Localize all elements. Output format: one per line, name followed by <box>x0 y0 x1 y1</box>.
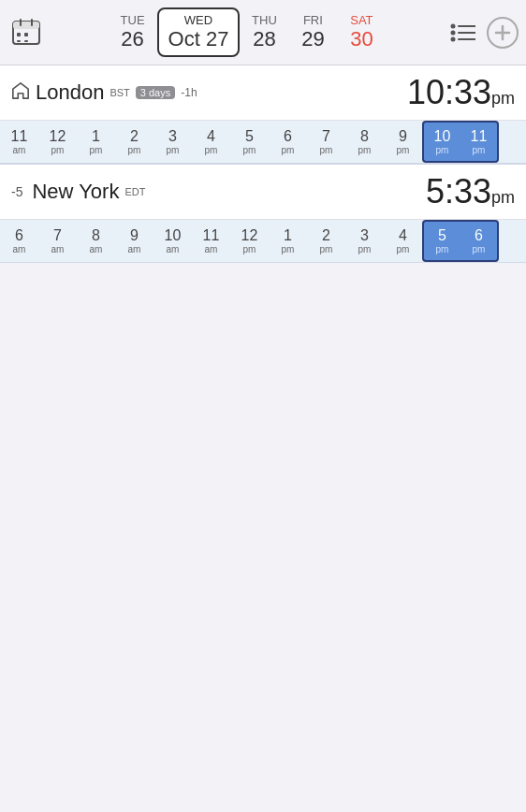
hour-cell[interactable]: 5pm <box>230 121 269 163</box>
hour-ampm: pm <box>320 145 333 155</box>
hour-num: 7 <box>53 227 62 244</box>
hour-cell[interactable]: 10am <box>153 220 192 262</box>
hour-cell[interactable]: 4pm <box>192 121 230 163</box>
hour-ampm: pm <box>473 145 486 155</box>
newyork-timezone: EDT <box>124 186 145 197</box>
london-label: London BST 3 days -1h <box>11 80 283 105</box>
hour-cell[interactable]: 9pm <box>384 121 422 163</box>
nav-day-sat[interactable]: SAT 30 <box>337 9 386 55</box>
menu-button[interactable] <box>449 22 475 43</box>
add-button[interactable] <box>487 17 519 49</box>
hour-num: 7 <box>322 128 330 145</box>
hour-cell[interactable]: 11am <box>192 220 230 262</box>
nav-day-wed[interactable]: WED Oct 27 <box>157 7 241 57</box>
hour-cell[interactable]: 6pm <box>460 220 499 262</box>
hour-num: 5 <box>438 227 446 244</box>
hour-cell[interactable]: 6pm <box>269 121 307 163</box>
hour-cell[interactable]: 4pm <box>384 220 422 262</box>
nav-day-thu[interactable]: THU 28 <box>240 9 288 55</box>
hour-ampm: pm <box>397 244 410 254</box>
hour-cell[interactable]: 12pm <box>230 220 269 262</box>
hour-num: 6 <box>15 227 23 244</box>
day-name-tue: TUE <box>121 13 145 27</box>
hour-ampm: am <box>205 244 218 254</box>
hour-num: 3 <box>168 128 177 145</box>
london-time-offset: -1h <box>181 86 197 99</box>
hour-ampm: am <box>13 145 26 155</box>
hour-cell[interactable]: 7pm <box>307 121 345 163</box>
hour-ampm: pm <box>243 145 256 155</box>
hour-ampm: pm <box>128 145 141 155</box>
hour-num: 11 <box>471 128 488 145</box>
newyork-zone: -5 New York EDT 5:33pm 6am7am8am9am10am1… <box>0 165 526 263</box>
svg-point-12 <box>451 36 456 41</box>
hour-num: 9 <box>399 128 407 145</box>
hour-cell[interactable]: 3pm <box>153 121 192 163</box>
hour-cell[interactable]: 5pm <box>422 220 460 262</box>
newyork-current-time: 5:33pm <box>283 172 515 211</box>
hour-cell[interactable]: 6am <box>0 220 38 262</box>
nav-actions <box>449 17 519 49</box>
london-hours-row[interactable]: 11am12pm1pm2pm3pm4pm5pm6pm7pm8pm9pm10pm1… <box>0 121 526 164</box>
newyork-label: -5 New York EDT <box>11 180 283 204</box>
hour-num: 8 <box>360 128 369 145</box>
london-zone: London BST 3 days -1h 10:33pm 11am12pm1p… <box>0 65 526 164</box>
hour-num: 8 <box>92 227 100 244</box>
hour-cell[interactable]: 11pm <box>460 121 499 163</box>
newyork-city-row: -5 New York EDT 5:33pm <box>0 165 526 220</box>
hour-num: 9 <box>130 227 139 244</box>
hour-ampm: pm <box>282 145 295 155</box>
hour-num: 5 <box>245 128 254 145</box>
hour-cell[interactable]: 3pm <box>345 220 384 262</box>
hour-num: 11 <box>11 128 28 145</box>
nav-day-fri[interactable]: FRI 29 <box>288 9 337 55</box>
svg-rect-7 <box>24 40 28 42</box>
hour-cell[interactable]: 7am <box>38 220 77 262</box>
day-num-sat: 30 <box>350 27 373 51</box>
day-name-sat: SAT <box>350 13 373 27</box>
london-timezone: BST <box>110 87 129 98</box>
hour-cell[interactable]: 11am <box>0 121 38 163</box>
calendar-icon[interactable] <box>7 14 45 51</box>
svg-rect-5 <box>24 33 28 36</box>
hour-num: 2 <box>322 227 330 244</box>
home-icon <box>11 81 30 104</box>
hour-ampm: pm <box>243 244 256 254</box>
hour-num: 2 <box>130 128 139 145</box>
hour-ampm: am <box>13 244 26 254</box>
hour-cell[interactable]: 10pm <box>422 121 460 163</box>
hour-ampm: am <box>128 244 141 254</box>
hour-num: 4 <box>207 128 215 145</box>
nav-day-tue[interactable]: TUE 26 <box>109 9 157 55</box>
hour-cell[interactable]: 2pm <box>307 220 345 262</box>
day-num-tue: 26 <box>121 27 143 51</box>
hour-cell[interactable]: 1pm <box>77 121 115 163</box>
hour-cell[interactable]: 1pm <box>269 220 307 262</box>
hour-ampm: am <box>90 244 103 254</box>
hour-ampm: pm <box>167 145 180 155</box>
newyork-hours-row[interactable]: 6am7am8am9am10am11am12pm1pm2pm3pm4pm5pm6… <box>0 220 526 263</box>
hour-cell[interactable]: 8am <box>77 220 115 262</box>
hour-cell[interactable]: 9am <box>115 220 153 262</box>
hour-num: 10 <box>165 227 182 244</box>
hour-num: 1 <box>284 227 292 244</box>
day-num-thu: 28 <box>253 27 275 51</box>
hour-ampm: pm <box>90 145 103 155</box>
newyork-city-name: New York <box>32 180 119 204</box>
day-selector: TUE 26 WED Oct 27 THU 28 FRI 29 SAT 30 <box>45 7 449 57</box>
svg-rect-1 <box>13 22 39 29</box>
hour-ampm: pm <box>358 145 372 155</box>
hour-cell[interactable]: 12pm <box>38 121 77 163</box>
day-name-wed: WED <box>184 13 212 27</box>
london-days-badge: 3 days <box>136 86 175 99</box>
svg-point-10 <box>451 30 456 35</box>
svg-rect-6 <box>17 40 21 42</box>
hour-cell[interactable]: 2pm <box>115 121 153 163</box>
hour-num: 6 <box>284 128 292 145</box>
hour-num: 3 <box>360 227 369 244</box>
hour-ampm: pm <box>320 244 333 254</box>
hour-num: 10 <box>434 128 451 145</box>
nav-bar: TUE 26 WED Oct 27 THU 28 FRI 29 SAT 30 <box>0 0 526 65</box>
hour-cell[interactable]: 8pm <box>345 121 384 163</box>
hour-num: 11 <box>203 227 220 244</box>
